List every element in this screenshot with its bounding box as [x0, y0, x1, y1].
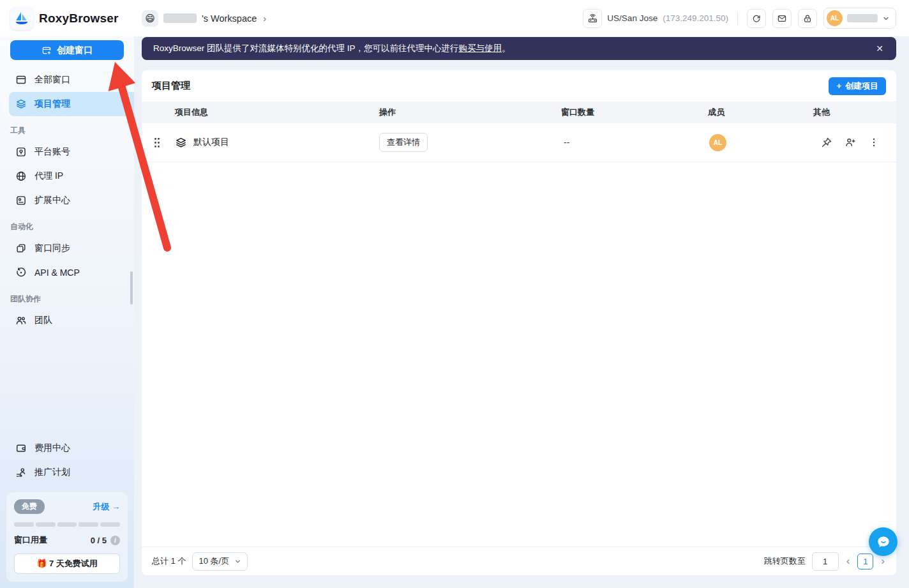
- jump-page-input[interactable]: [812, 552, 839, 571]
- usage-label: 窗口用量: [14, 534, 47, 546]
- chevron-down-icon: [882, 15, 890, 22]
- support-chat-button[interactable]: [869, 527, 898, 556]
- sidebar-item-label: 平台账号: [34, 146, 70, 158]
- refresh-button[interactable]: [747, 9, 766, 28]
- usage-value: 0 / 5: [91, 536, 107, 545]
- sidebar-item-label: 窗口同步: [34, 243, 70, 254]
- plan-card: 免费 升级 → 窗口用量 0 / 5 i 🎁 7 天免费试用: [6, 492, 128, 582]
- referral-icon: [15, 467, 27, 478]
- info-icon[interactable]: i: [110, 536, 120, 545]
- project-management-card: 项目管理 + 创建项目 项目信息 操作 窗口数量 成员 其他: [142, 70, 896, 575]
- team-icon: [15, 315, 27, 326]
- globe-icon: [15, 170, 27, 182]
- total-count: 总计 1 个: [152, 555, 186, 567]
- chevron-down-icon: [234, 558, 241, 565]
- create-project-button[interactable]: + 创建项目: [829, 77, 886, 95]
- user-menu[interactable]: AL: [823, 8, 896, 29]
- project-name: 默认项目: [193, 137, 229, 148]
- divider: [737, 12, 738, 25]
- chevron-right-icon: ›: [263, 13, 266, 24]
- col-header-other: 其他: [811, 107, 896, 118]
- plan-badge: 免费: [14, 499, 45, 514]
- chat-bubble-icon: [876, 534, 891, 550]
- table-row: 默认项目 查看详情 -- AL: [142, 123, 896, 162]
- window-icon: [15, 74, 27, 86]
- banner-link[interactable]: 购买与使用: [459, 43, 502, 53]
- sidebar-item-billing-center[interactable]: 费用中心: [0, 436, 134, 460]
- usage-progress-bar: [14, 522, 120, 527]
- close-icon[interactable]: ✕: [873, 41, 886, 56]
- person-add-icon[interactable]: [845, 137, 856, 148]
- banner-text: RoxyBrowser 团队提供了对流媒体特别优化的代理 IP，您可以前往代理中…: [153, 43, 459, 53]
- plus-icon: +: [836, 81, 841, 91]
- gift-icon: 🎁: [36, 559, 47, 568]
- sidebar-item-window-sync[interactable]: 窗口同步: [0, 236, 134, 260]
- sidebar-group-automation: 自动化: [0, 213, 134, 236]
- table-empty-area: [142, 162, 896, 547]
- col-header-actions: 操作: [377, 107, 559, 118]
- sidebar-item-label: 全部窗口: [34, 74, 70, 86]
- workspace-name-redacted: [163, 13, 197, 23]
- proxy-location: US/San Jose: [607, 13, 657, 23]
- workspace-name-suffix: 's Workspace: [202, 13, 257, 24]
- layers-icon: [15, 98, 27, 110]
- pin-icon[interactable]: [821, 137, 832, 148]
- sidebar-item-proxy-ip[interactable]: 代理 IP: [0, 164, 134, 188]
- sidebar-group-tools: 工具: [0, 116, 134, 140]
- router-icon: [583, 9, 602, 28]
- upgrade-link[interactable]: 升级 →: [93, 501, 120, 513]
- page-title: 项目管理: [152, 80, 190, 92]
- view-details-button[interactable]: 查看详情: [379, 133, 428, 152]
- workspace-switcher[interactable]: 😄 's Workspace ›: [142, 10, 266, 27]
- sidebar-item-label: 代理 IP: [34, 170, 63, 182]
- promo-banner: RoxyBrowser 团队提供了对流媒体特别优化的代理 IP，您可以前往代理中…: [142, 37, 896, 60]
- sidebar-group-team-collab: 团队协作: [0, 285, 134, 308]
- mail-button[interactable]: [772, 9, 792, 28]
- page-number-button[interactable]: 1: [857, 554, 873, 569]
- jump-label: 跳转页数至: [764, 555, 806, 567]
- app-title: RoxyBrowser: [39, 11, 119, 26]
- sidebar-item-platform-accounts[interactable]: 平台账号: [0, 140, 134, 164]
- prev-page-button[interactable]: ‹: [845, 555, 852, 568]
- sidebar-item-team[interactable]: 团队: [0, 308, 134, 333]
- user-name-redacted: [847, 14, 878, 22]
- workspace-emoji: 😄: [142, 10, 158, 27]
- banner-text-suffix: 。: [502, 43, 511, 53]
- lock-button[interactable]: [798, 9, 817, 28]
- create-project-label: 创建项目: [845, 80, 878, 92]
- window-sync-icon: [15, 243, 27, 254]
- sailboat-icon: [10, 7, 33, 30]
- sidebar-item-referral-program[interactable]: 推广计划: [0, 460, 134, 485]
- free-trial-label: 7 天免费试用: [49, 559, 98, 568]
- sidebar-scrollbar[interactable]: [130, 271, 133, 305]
- sidebar-item-project-management[interactable]: 项目管理: [9, 92, 134, 116]
- layers-icon: [175, 137, 187, 149]
- page-size-select[interactable]: 10 条/页: [192, 552, 248, 571]
- sidebar-item-all-windows[interactable]: 全部窗口: [0, 68, 134, 92]
- table-header: 项目信息 操作 窗口数量 成员 其他: [142, 102, 896, 123]
- pagination-bar: 总计 1 个 10 条/页 跳转页数至 ‹ 1 ›: [142, 547, 896, 575]
- sidebar-item-label: 扩展中心: [34, 195, 70, 206]
- drag-handle-icon[interactable]: [142, 137, 172, 149]
- col-header-project-info: 项目信息: [172, 107, 377, 118]
- col-header-window-count: 窗口数量: [559, 107, 705, 118]
- window-plus-icon: [41, 45, 52, 56]
- window-count-value: --: [559, 137, 705, 147]
- create-window-button[interactable]: 创建窗口: [10, 40, 124, 60]
- sidebar: 创建窗口 全部窗口 项目管理 工具: [0, 36, 134, 588]
- sidebar-item-label: 费用中心: [34, 442, 70, 454]
- topbar: RoxyBrowser 😄 's Workspace › US/San Jose…: [0, 0, 909, 36]
- app-logo: RoxyBrowser: [10, 7, 135, 30]
- proxy-ip: (173.249.201.50): [663, 13, 728, 23]
- sidebar-item-api-mcp[interactable]: API & MCP: [0, 260, 134, 285]
- sidebar-item-label: 团队: [34, 315, 52, 326]
- sidebar-item-extension-center[interactable]: 扩展中心: [0, 188, 134, 213]
- kebab-menu-icon[interactable]: [868, 137, 880, 148]
- member-avatar: AL: [709, 134, 726, 151]
- sidebar-item-label: 项目管理: [34, 98, 70, 110]
- next-page-button[interactable]: ›: [880, 555, 886, 568]
- free-trial-button[interactable]: 🎁 7 天免费试用: [14, 554, 120, 574]
- current-proxy-chip[interactable]: US/San Jose (173.249.201.50): [583, 9, 728, 28]
- page-size-value: 10 条/页: [199, 555, 229, 567]
- col-header-members: 成员: [705, 107, 811, 118]
